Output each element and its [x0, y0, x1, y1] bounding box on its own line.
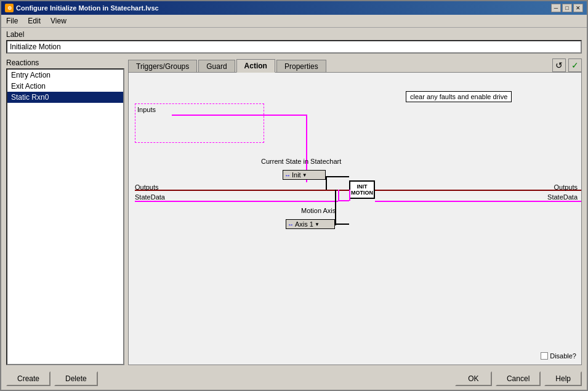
maximize-button[interactable]: □ — [562, 4, 572, 12]
disable-row: Disable? — [541, 352, 576, 360]
wire-outputs-right — [375, 190, 582, 191]
axis-dropdown[interactable]: ↔ Axis 1 ▼ — [286, 219, 335, 229]
reactions-heading: Reactions — [6, 58, 124, 67]
reactions-list: Entry Action Exit Action Static Rxn0 — [6, 68, 124, 365]
motion-axis-label: Motion Axis — [301, 207, 336, 214]
title-bar: ⚙ Configure Initialize Motion in Statech… — [1, 1, 587, 15]
reactions-panel: Reactions Entry Action Exit Action Stati… — [6, 58, 124, 365]
bottom-left-buttons: Create Delete — [6, 371, 98, 386]
statedata-label-left: StateData — [135, 193, 165, 201]
pink-wire-v2 — [349, 190, 350, 201]
axis-dropdown-arrow: ▼ — [315, 222, 320, 227]
init-motion-node: INIT MOTION — [349, 180, 375, 199]
tooltip-text: clear any faults and enable drive — [410, 93, 507, 100]
right-panel: Triggers/Groups Guard Action Properties … — [128, 58, 582, 365]
disable-label: Disable? — [550, 352, 576, 360]
reaction-static-rxn0[interactable]: Static Rxn0 — [7, 92, 123, 103]
current-state-label: Current State in Statechart — [261, 158, 341, 165]
wire-axis-v — [335, 190, 336, 225]
init-dropdown-value[interactable]: Init — [292, 171, 301, 179]
menu-bar: File Edit View — [1, 15, 587, 28]
cancel-button[interactable]: Cancel — [496, 371, 541, 386]
window-title: Configure Initialize Motion in Statechar… — [16, 4, 159, 12]
diagram-area: clear any faults and enable drive Inputs… — [128, 72, 582, 365]
wire-axis-h — [335, 224, 349, 225]
wire-v-init — [326, 176, 327, 190]
menu-file[interactable]: File — [4, 16, 20, 26]
init-dropdown-arrow: ▼ — [302, 172, 307, 178]
reaction-exit-action[interactable]: Exit Action — [7, 81, 123, 92]
delete-button[interactable]: Delete — [54, 371, 98, 386]
menu-view[interactable]: View — [48, 16, 69, 26]
pink-wire-v3 — [338, 190, 339, 201]
tab-actions: ↺ ✓ — [552, 58, 582, 72]
main-content: Reactions Entry Action Exit Action Stati… — [1, 56, 587, 368]
wire-init-to-box-h — [326, 176, 349, 177]
title-buttons: ─ □ ✕ — [551, 4, 583, 12]
pink-wire-statedata-right — [375, 201, 582, 202]
main-window: ⚙ Configure Initialize Motion in Statech… — [0, 0, 588, 391]
node-line1: INIT — [357, 183, 368, 190]
help-button[interactable]: Help — [544, 371, 582, 386]
bottom-right-buttons: OK Cancel Help — [455, 371, 582, 386]
disable-checkbox[interactable] — [541, 352, 548, 360]
init-dropdown[interactable]: ↔ Init ▼ — [283, 170, 326, 180]
tab-guard[interactable]: Guard — [198, 60, 235, 73]
tab-action[interactable]: Action — [236, 59, 275, 73]
outputs-label-right: Outputs — [554, 183, 578, 191]
wire-outputs-left — [135, 190, 349, 191]
title-bar-left: ⚙ Configure Initialize Motion in Statech… — [5, 4, 159, 12]
node-line2: MOTION — [351, 190, 373, 196]
reaction-entry-action[interactable]: Entry Action — [7, 70, 123, 81]
pink-wire-h2 — [338, 200, 349, 201]
tab-properties[interactable]: Properties — [276, 60, 326, 73]
tab-triggers-groups[interactable]: Triggers/Groups — [128, 60, 197, 73]
menu-edit[interactable]: Edit — [25, 16, 43, 26]
inputs-label: Inputs — [137, 106, 156, 113]
minimize-button[interactable]: ─ — [551, 4, 561, 12]
tooltip-box: clear any faults and enable drive — [406, 91, 512, 102]
pink-wire-top-h — [172, 115, 307, 116]
label-section: Label — [1, 28, 587, 56]
create-button[interactable]: Create — [6, 371, 50, 386]
pink-wire-statedata-left — [135, 201, 338, 202]
confirm-button[interactable]: ✓ — [568, 58, 582, 72]
window-icon: ⚙ — [5, 4, 14, 12]
axis-dropdown-value[interactable]: Axis 1 — [295, 220, 313, 228]
refresh-button[interactable]: ↺ — [552, 58, 566, 72]
close-button[interactable]: ✕ — [573, 4, 583, 12]
label-input[interactable] — [6, 40, 582, 54]
statedata-label-right: StateData — [547, 193, 578, 201]
ok-button[interactable]: OK — [455, 371, 492, 386]
bottom-bar: Create Delete OK Cancel Help — [1, 368, 587, 390]
outputs-label-left: Outputs — [135, 183, 159, 191]
tabs-row: Triggers/Groups Guard Action Properties … — [128, 58, 582, 72]
label-heading: Label — [6, 30, 582, 39]
